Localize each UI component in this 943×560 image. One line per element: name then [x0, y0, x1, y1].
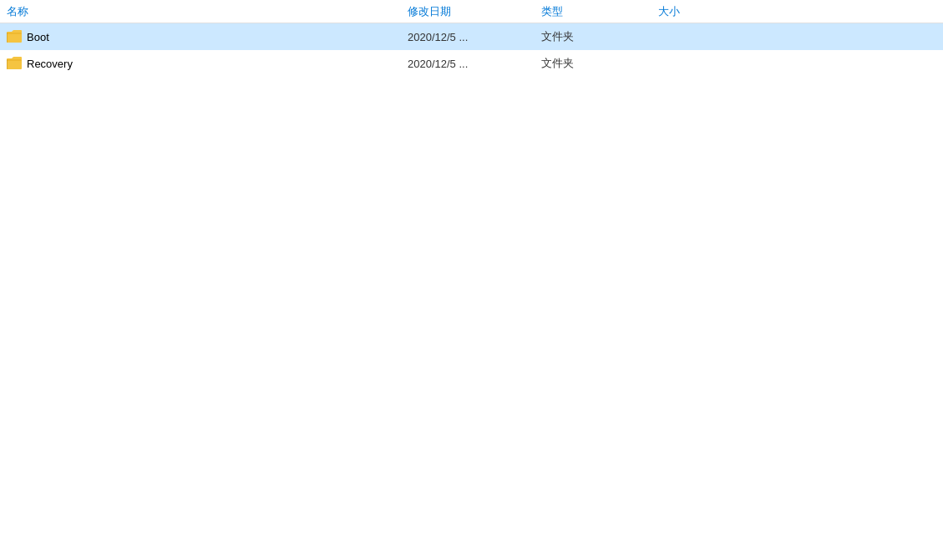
folder-icon — [7, 57, 22, 70]
file-type-cell: 文件夹 — [541, 29, 658, 44]
file-name-cell: Recovery — [7, 57, 408, 70]
folder-icon — [7, 30, 22, 43]
table-row[interactable]: Boot 2020/12/5 ... 文件夹 — [0, 23, 943, 50]
header-name[interactable]: 名称 — [7, 4, 408, 19]
file-date-cell: 2020/12/5 ... — [408, 31, 541, 43]
svg-rect-4 — [7, 59, 22, 61]
file-date-cell: 2020/12/5 ... — [408, 58, 541, 70]
table-row[interactable]: Recovery 2020/12/5 ... 文件夹 — [0, 50, 943, 77]
file-name-label: Recovery — [27, 58, 73, 70]
header-date[interactable]: 修改日期 — [408, 4, 541, 19]
file-name-cell: Boot — [7, 30, 408, 43]
header-size[interactable]: 大小 — [658, 4, 758, 19]
svg-rect-1 — [7, 33, 22, 34]
file-explorer: 名称 修改日期 类型 大小 — [0, 0, 943, 560]
file-type-cell: 文件夹 — [541, 56, 658, 71]
file-name-label: Boot — [27, 31, 49, 43]
svg-rect-2 — [7, 33, 8, 43]
svg-rect-5 — [7, 59, 8, 69]
file-list: Boot 2020/12/5 ... 文件夹 Recovery 2020/1 — [0, 23, 943, 560]
header-type[interactable]: 类型 — [541, 4, 658, 19]
column-headers: 名称 修改日期 类型 大小 — [0, 0, 943, 23]
